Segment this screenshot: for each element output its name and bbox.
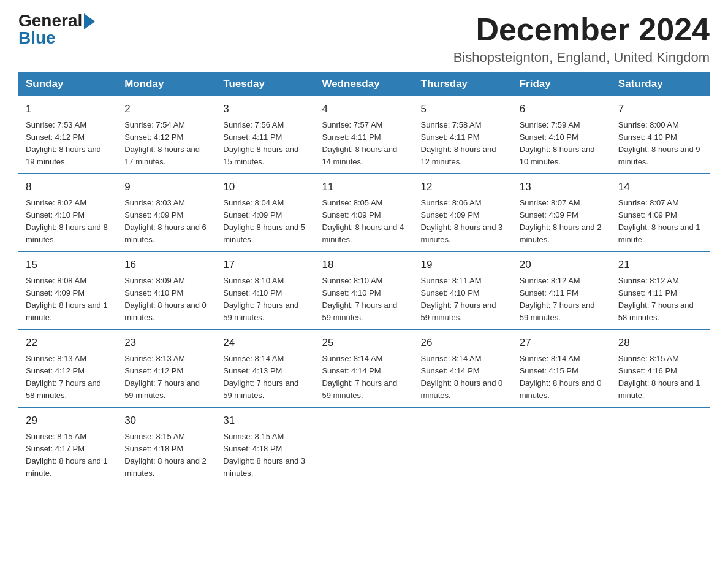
day-number: 20 [520, 257, 604, 273]
calendar-cell [414, 407, 512, 484]
week-row-4: 22Sunrise: 8:13 AMSunset: 4:12 PMDayligh… [18, 329, 710, 407]
calendar-cell: 5Sunrise: 7:58 AMSunset: 4:11 PMDaylight… [414, 96, 512, 174]
calendar-cell: 10Sunrise: 8:04 AMSunset: 4:09 PMDayligh… [216, 174, 314, 251]
calendar-cell: 8Sunrise: 8:02 AMSunset: 4:10 PMDaylight… [18, 174, 117, 251]
page-header: General Blue December 2024 Bishopsteignt… [18, 12, 710, 66]
day-number: 29 [26, 413, 110, 429]
calendar-cell [611, 407, 710, 484]
day-info: Sunrise: 8:14 AMSunset: 4:13 PMDaylight:… [223, 353, 307, 402]
logo-blue-text: Blue [18, 29, 56, 47]
day-info: Sunrise: 8:10 AMSunset: 4:10 PMDaylight:… [322, 275, 406, 324]
day-info: Sunrise: 8:11 AMSunset: 4:10 PMDaylight:… [421, 275, 505, 324]
day-number: 10 [223, 179, 307, 195]
day-number: 17 [223, 257, 307, 273]
calendar-cell: 26Sunrise: 8:14 AMSunset: 4:14 PMDayligh… [414, 329, 512, 407]
day-number: 12 [421, 179, 505, 195]
day-number: 22 [26, 335, 110, 351]
calendar-cell: 23Sunrise: 8:13 AMSunset: 4:12 PMDayligh… [117, 329, 216, 407]
day-header-saturday: Saturday [611, 72, 710, 96]
day-header-thursday: Thursday [414, 72, 512, 96]
calendar-cell: 13Sunrise: 8:07 AMSunset: 4:09 PMDayligh… [512, 174, 611, 251]
day-info: Sunrise: 8:04 AMSunset: 4:09 PMDaylight:… [223, 197, 307, 247]
day-info: Sunrise: 8:02 AMSunset: 4:10 PMDaylight:… [26, 197, 110, 247]
day-header-friday: Friday [512, 72, 611, 96]
logo: General Blue [18, 12, 95, 47]
calendar-cell: 29Sunrise: 8:15 AMSunset: 4:17 PMDayligh… [18, 407, 117, 484]
calendar-cell: 12Sunrise: 8:06 AMSunset: 4:09 PMDayligh… [414, 174, 512, 251]
day-info: Sunrise: 7:53 AMSunset: 4:12 PMDaylight:… [26, 119, 110, 169]
day-info: Sunrise: 8:07 AMSunset: 4:09 PMDaylight:… [618, 197, 702, 247]
day-number: 26 [421, 335, 505, 351]
day-info: Sunrise: 8:13 AMSunset: 4:12 PMDaylight:… [124, 353, 208, 402]
day-info: Sunrise: 8:03 AMSunset: 4:09 PMDaylight:… [124, 197, 208, 247]
day-info: Sunrise: 7:54 AMSunset: 4:12 PMDaylight:… [124, 119, 208, 169]
day-number: 27 [520, 335, 604, 351]
calendar-cell: 30Sunrise: 8:15 AMSunset: 4:18 PMDayligh… [117, 407, 216, 484]
day-number: 1 [26, 101, 110, 117]
day-info: Sunrise: 8:05 AMSunset: 4:09 PMDaylight:… [322, 197, 406, 247]
day-info: Sunrise: 8:15 AMSunset: 4:18 PMDaylight:… [124, 431, 208, 480]
day-info: Sunrise: 8:15 AMSunset: 4:17 PMDaylight:… [26, 431, 110, 480]
calendar-cell: 25Sunrise: 8:14 AMSunset: 4:14 PMDayligh… [314, 329, 413, 407]
day-number: 28 [618, 335, 702, 351]
calendar-cell: 24Sunrise: 8:14 AMSunset: 4:13 PMDayligh… [216, 329, 314, 407]
week-row-2: 8Sunrise: 8:02 AMSunset: 4:10 PMDaylight… [18, 174, 710, 251]
calendar-table: SundayMondayTuesdayWednesdayThursdayFrid… [18, 72, 710, 484]
day-number: 3 [223, 101, 307, 117]
day-number: 9 [124, 179, 208, 195]
week-row-3: 15Sunrise: 8:08 AMSunset: 4:09 PMDayligh… [18, 251, 710, 329]
day-info: Sunrise: 8:12 AMSunset: 4:11 PMDaylight:… [520, 275, 604, 324]
day-number: 19 [421, 257, 505, 273]
day-info: Sunrise: 8:14 AMSunset: 4:14 PMDaylight:… [322, 353, 406, 402]
day-info: Sunrise: 7:59 AMSunset: 4:10 PMDaylight:… [520, 119, 604, 169]
day-info: Sunrise: 8:14 AMSunset: 4:14 PMDaylight:… [421, 353, 505, 402]
calendar-cell: 16Sunrise: 8:09 AMSunset: 4:10 PMDayligh… [117, 251, 216, 329]
week-row-5: 29Sunrise: 8:15 AMSunset: 4:17 PMDayligh… [18, 407, 710, 484]
calendar-cell: 4Sunrise: 7:57 AMSunset: 4:11 PMDaylight… [314, 96, 413, 174]
calendar-cell: 15Sunrise: 8:08 AMSunset: 4:09 PMDayligh… [18, 251, 117, 329]
calendar-cell [512, 407, 611, 484]
day-number: 25 [322, 335, 406, 351]
calendar-cell: 2Sunrise: 7:54 AMSunset: 4:12 PMDaylight… [117, 96, 216, 174]
day-info: Sunrise: 8:00 AMSunset: 4:10 PMDaylight:… [618, 119, 702, 169]
day-number: 8 [26, 179, 110, 195]
day-number: 14 [618, 179, 702, 195]
title-section: December 2024 Bishopsteignton, England, … [453, 12, 710, 66]
day-info: Sunrise: 8:14 AMSunset: 4:15 PMDaylight:… [520, 353, 604, 402]
calendar-cell: 18Sunrise: 8:10 AMSunset: 4:10 PMDayligh… [314, 251, 413, 329]
calendar-cell: 28Sunrise: 8:15 AMSunset: 4:16 PMDayligh… [611, 329, 710, 407]
day-info: Sunrise: 8:15 AMSunset: 4:18 PMDaylight:… [223, 431, 307, 480]
calendar-cell: 14Sunrise: 8:07 AMSunset: 4:09 PMDayligh… [611, 174, 710, 251]
logo-general-text: General [18, 12, 82, 29]
day-info: Sunrise: 8:09 AMSunset: 4:10 PMDaylight:… [124, 275, 208, 324]
day-number: 30 [124, 413, 208, 429]
calendar-cell: 6Sunrise: 7:59 AMSunset: 4:10 PMDaylight… [512, 96, 611, 174]
day-header-tuesday: Tuesday [216, 72, 314, 96]
day-number: 4 [322, 101, 406, 117]
day-number: 11 [322, 179, 406, 195]
calendar-cell: 19Sunrise: 8:11 AMSunset: 4:10 PMDayligh… [414, 251, 512, 329]
day-header-wednesday: Wednesday [314, 72, 413, 96]
calendar-cell: 20Sunrise: 8:12 AMSunset: 4:11 PMDayligh… [512, 251, 611, 329]
day-number: 23 [124, 335, 208, 351]
day-number: 31 [223, 413, 307, 429]
day-header-sunday: Sunday [18, 72, 117, 96]
day-info: Sunrise: 8:07 AMSunset: 4:09 PMDaylight:… [520, 197, 604, 247]
day-info: Sunrise: 8:06 AMSunset: 4:09 PMDaylight:… [421, 197, 505, 247]
day-info: Sunrise: 8:08 AMSunset: 4:09 PMDaylight:… [26, 275, 110, 324]
calendar-cell: 3Sunrise: 7:56 AMSunset: 4:11 PMDaylight… [216, 96, 314, 174]
day-number: 13 [520, 179, 604, 195]
day-header-monday: Monday [117, 72, 216, 96]
location-text: Bishopsteignton, England, United Kingdom [453, 50, 710, 66]
day-info: Sunrise: 7:58 AMSunset: 4:11 PMDaylight:… [421, 119, 505, 169]
day-info: Sunrise: 8:13 AMSunset: 4:12 PMDaylight:… [26, 353, 110, 402]
calendar-cell: 1Sunrise: 7:53 AMSunset: 4:12 PMDaylight… [18, 96, 117, 174]
calendar-cell [314, 407, 413, 484]
calendar-cell: 31Sunrise: 8:15 AMSunset: 4:18 PMDayligh… [216, 407, 314, 484]
logo-arrow-icon [84, 13, 95, 29]
calendar-cell: 7Sunrise: 8:00 AMSunset: 4:10 PMDaylight… [611, 96, 710, 174]
week-row-1: 1Sunrise: 7:53 AMSunset: 4:12 PMDaylight… [18, 96, 710, 174]
calendar-cell: 21Sunrise: 8:12 AMSunset: 4:11 PMDayligh… [611, 251, 710, 329]
day-info: Sunrise: 8:15 AMSunset: 4:16 PMDaylight:… [618, 353, 702, 402]
calendar-cell: 11Sunrise: 8:05 AMSunset: 4:09 PMDayligh… [314, 174, 413, 251]
